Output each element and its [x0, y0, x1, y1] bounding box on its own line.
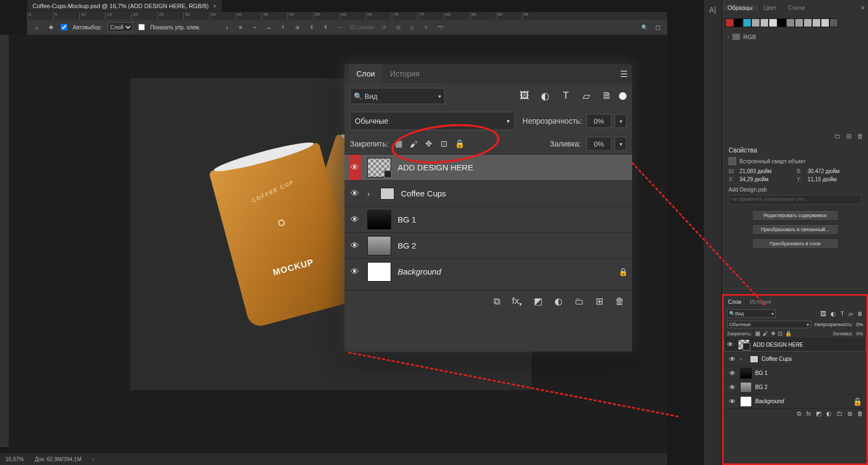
height-value[interactable]: 30,472 дюйм [808, 168, 862, 174]
home-icon[interactable]: ⌂ [33, 23, 41, 31]
layer-thumbnail[interactable] [367, 236, 391, 256]
layer-row-add-design[interactable]: 👁 ADD DESIGN HERE [724, 337, 866, 352]
filter-text-icon[interactable]: T [840, 310, 844, 317]
y-value[interactable]: 11,15 дюйм [808, 176, 862, 182]
visibility-icon[interactable]: 👁 [728, 398, 737, 405]
tab-styles[interactable]: Стили [782, 4, 810, 11]
panel-menu-icon[interactable]: ☰ [620, 69, 628, 79]
swatches-grid[interactable] [722, 15, 868, 30]
filter-pixel-icon[interactable]: 🖼 [820, 310, 826, 317]
filter-adjust-icon[interactable]: ◐ [540, 90, 551, 102]
visibility-icon[interactable]: 👁 [349, 241, 361, 251]
filter-text-icon[interactable]: T [560, 90, 571, 102]
lock-position-icon[interactable]: ✥ [424, 139, 434, 149]
opacity-input[interactable]: 0% [586, 114, 611, 128]
show-controls-checkbox[interactable] [138, 24, 145, 30]
filter-smart-icon[interactable]: 🗎 [857, 310, 863, 317]
expand-icon[interactable]: › [367, 189, 374, 198]
search-icon[interactable]: 🔍 [640, 23, 649, 31]
visibility-icon[interactable]: 👁 [349, 155, 361, 180]
layer-name[interactable]: Coffee Cups [401, 189, 446, 198]
align-v-center-icon[interactable]: ⫲ [279, 23, 288, 31]
opacity-dropdown[interactable]: ▾ [615, 114, 627, 128]
opacity-value[interactable]: 0% [856, 322, 863, 327]
lock-icon[interactable]: 🔒 [853, 397, 862, 406]
layer-name[interactable]: Coffee Cups [762, 356, 792, 362]
swatch[interactable] [751, 18, 760, 27]
layer-filter-dropdown[interactable]: 🔍 Вид▾ [727, 309, 776, 318]
layer-thumbnail[interactable] [367, 262, 391, 282]
adjustment-icon[interactable]: ◐ [826, 410, 832, 417]
lock-artboard-icon[interactable]: ⊡ [778, 330, 782, 336]
layer-filter-dropdown[interactable]: 🔍 Вид ▾ [350, 88, 445, 104]
filter-shape-icon[interactable]: ▱ [581, 90, 592, 102]
panel-menu-icon[interactable]: » [858, 4, 868, 11]
tab-color[interactable]: Цвет [758, 4, 782, 11]
group-icon[interactable]: 🗀 [837, 410, 843, 417]
layer-row-coffee-cups[interactable]: 👁 › Coffee Cups [344, 180, 632, 206]
new-layer-icon[interactable]: ⊞ [596, 296, 603, 307]
visibility-icon[interactable]: 👁 [728, 355, 737, 363]
visibility-icon[interactable]: 👁 [728, 370, 737, 377]
layer-thumbnail[interactable] [740, 382, 752, 393]
layer-name[interactable]: Background [398, 267, 441, 276]
swatch[interactable] [725, 18, 734, 27]
layer-thumbnail[interactable] [367, 210, 391, 230]
move-cross-icon[interactable]: ✥ [47, 23, 55, 31]
blend-mode-dropdown[interactable]: Обычные ▾ [350, 112, 515, 130]
swatch[interactable] [786, 18, 795, 27]
delete-swatch-icon[interactable]: 🗑 [857, 132, 864, 140]
layer-row-background[interactable]: 👁 Background 🔒 [724, 394, 866, 408]
more-icon[interactable]: ⋯ [335, 23, 344, 31]
align-bottom-icon[interactable]: ⫡ [293, 23, 302, 31]
document-tab[interactable]: Coffee-Cups-Mockup.psd @ 16,7% (ADD DESI… [27, 0, 222, 12]
fill-value[interactable]: 0% [856, 331, 863, 336]
tab-layers[interactable]: Слои [349, 64, 382, 84]
blend-mode-dropdown[interactable]: Обычные▾ [727, 321, 811, 328]
swatch[interactable] [734, 18, 743, 27]
edit-contents-button[interactable]: Редактировать содержимое [752, 210, 839, 221]
layer-name[interactable]: BG 2 [755, 384, 768, 390]
layer-thumbnail[interactable] [738, 339, 750, 350]
doc-size[interactable]: Док: 62,9M/394,1M [35, 456, 81, 462]
lock-position-icon[interactable]: ✥ [771, 330, 775, 336]
layer-row-background[interactable]: 👁 Background 🔒 [344, 258, 632, 284]
lock-icon[interactable]: 🔒 [618, 267, 628, 276]
align-h-center-icon[interactable]: ≡ [237, 23, 245, 31]
layer-row-bg1[interactable]: 👁 BG 1 [724, 366, 866, 380]
layer-row-bg2[interactable]: 👁 BG 2 [724, 380, 866, 394]
layer-thumbnail[interactable] [740, 396, 752, 407]
filter-shape-icon[interactable]: ▱ [848, 310, 853, 317]
delete-icon[interactable]: 🗑 [615, 296, 624, 307]
distribute-v-icon[interactable]: ⫵ [321, 23, 330, 31]
lock-transparency-icon[interactable]: ▦ [394, 139, 404, 149]
x-value[interactable]: 34,29 дюйм [739, 176, 794, 182]
link-layers-icon[interactable]: ⧉ [494, 296, 500, 307]
fx-icon[interactable]: fx▾ [512, 296, 522, 307]
visibility-icon[interactable]: 👁 [349, 215, 361, 225]
zoom-level[interactable]: 16,67% [5, 456, 24, 462]
tab-layers[interactable]: Слои [724, 296, 745, 308]
filter-toggle[interactable] [619, 92, 627, 100]
swatch[interactable] [812, 18, 821, 27]
fill-input[interactable]: 0% [586, 137, 611, 151]
close-icon[interactable]: × [213, 3, 216, 9]
new-swatch-icon[interactable]: ⊞ [846, 132, 852, 140]
autoselect-checkbox[interactable] [61, 24, 67, 30]
swatch[interactable] [760, 18, 769, 27]
tab-history[interactable]: История [382, 64, 427, 84]
convert-linked-button[interactable]: Преобразовать в связанный... [752, 224, 839, 235]
fx-icon[interactable]: fx [806, 410, 811, 417]
filter-smart-icon[interactable]: 🗎 [602, 90, 612, 102]
swatch-group-rgb[interactable]: › RGB [722, 30, 868, 43]
layer-name[interactable]: BG 1 [755, 370, 768, 376]
width-value[interactable]: 21,083 дюйм [739, 168, 794, 174]
layer-row-bg2[interactable]: 👁 BG 2 [344, 232, 632, 258]
group-icon[interactable]: 🗀 [575, 296, 584, 307]
tab-swatches[interactable]: Образцы [722, 4, 758, 11]
autoselect-target[interactable]: Слой [107, 22, 133, 32]
collapsed-panel-strip[interactable]: A| [703, 0, 722, 465]
new-group-icon[interactable]: 🗀 [834, 132, 841, 140]
fill-dropdown[interactable]: ▾ [615, 137, 627, 151]
mask-icon[interactable]: ◩ [534, 296, 542, 307]
